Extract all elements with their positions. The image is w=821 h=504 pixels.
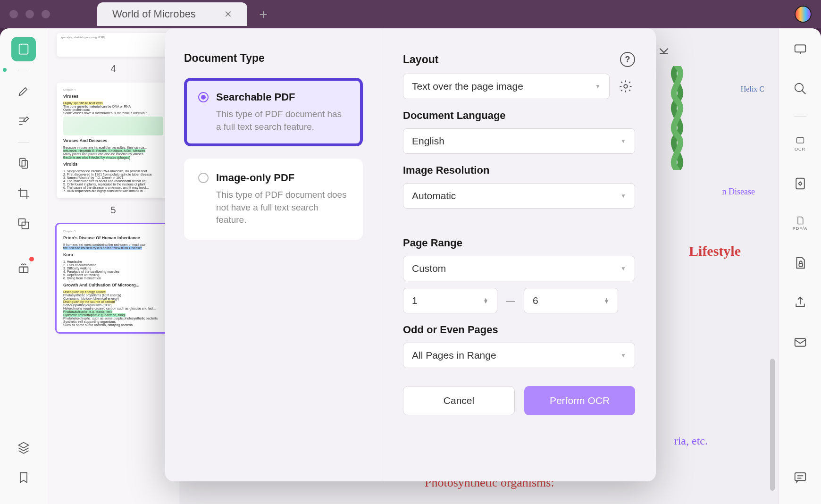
document-tab[interactable]: World of Microbes ✕ bbox=[97, 2, 247, 26]
svg-point-13 bbox=[624, 84, 628, 88]
svg-rect-6 bbox=[795, 45, 805, 52]
traffic-lights bbox=[9, 10, 50, 18]
svg-rect-12 bbox=[795, 473, 805, 480]
new-tab-button[interactable]: ＋ bbox=[257, 5, 270, 23]
svg-rect-0 bbox=[19, 44, 28, 54]
etc-annotation: ria, etc. bbox=[674, 435, 708, 447]
app-body: (paralytic shellfish poisoning, PSP) 4 C… bbox=[0, 28, 821, 504]
page-range-select[interactable]: Custom ▼ bbox=[403, 256, 635, 281]
compare-tool[interactable] bbox=[11, 211, 36, 236]
presentation-tool[interactable] bbox=[788, 37, 813, 61]
active-indicator-dot bbox=[3, 68, 7, 72]
searchable-pdf-option[interactable]: Searchable PDF This type of PDF document… bbox=[184, 78, 363, 146]
share-tool[interactable] bbox=[788, 290, 813, 315]
ocr-tool[interactable]: OCR bbox=[788, 132, 813, 156]
svg-rect-8 bbox=[796, 138, 804, 143]
comments-tool[interactable] bbox=[788, 465, 813, 490]
dialog-left-pane: Document Type Searchable PDF This type o… bbox=[165, 28, 382, 481]
chevron-down-icon: ▼ bbox=[620, 352, 626, 359]
right-toolbar: OCR PDF/A bbox=[779, 28, 821, 504]
search-tool[interactable] bbox=[788, 76, 813, 101]
highlighter-tool[interactable] bbox=[11, 79, 36, 103]
dialog-right-pane: Layout ? Text over the page image ▼ Docu… bbox=[382, 28, 656, 481]
resolution-heading: Image Resolution bbox=[403, 164, 635, 176]
page-thumbnail[interactable]: Chapter 4 Viruses Highly specific to hos… bbox=[57, 83, 170, 198]
toolbar-divider bbox=[794, 116, 806, 117]
odd-even-select[interactable]: All Pages in Range ▼ bbox=[403, 343, 635, 368]
resolution-select[interactable]: Automatic ▼ bbox=[403, 183, 635, 209]
cancel-button[interactable]: Cancel bbox=[403, 386, 515, 415]
svg-rect-1 bbox=[19, 159, 25, 166]
close-window-button[interactable] bbox=[9, 10, 18, 18]
app-badge-icon[interactable] bbox=[795, 6, 812, 23]
toolbar-divider bbox=[18, 142, 29, 143]
chevron-down-icon: ▼ bbox=[595, 83, 601, 90]
range-dash: — bbox=[506, 295, 515, 306]
minimize-window-button[interactable] bbox=[25, 10, 34, 18]
page-from-stepper[interactable]: 1 ▲▼ bbox=[403, 288, 497, 313]
tab-title: World of Microbes bbox=[112, 8, 196, 20]
svg-rect-2 bbox=[22, 160, 27, 168]
radio-unselected-icon bbox=[198, 173, 209, 183]
toolbar-divider bbox=[18, 70, 29, 70]
odd-even-heading: Odd or Even Pages bbox=[403, 324, 635, 336]
zoom-dropdown-icon[interactable] bbox=[658, 44, 670, 59]
svg-rect-10 bbox=[799, 263, 803, 266]
page-number-label: 4 bbox=[57, 63, 170, 74]
lifestyle-annotation: Lifestyle bbox=[689, 243, 741, 259]
page-thumbnail[interactable]: (paralytic shellfish poisoning, PSP) bbox=[57, 33, 170, 57]
page-thumbnail-selected[interactable]: Chapter 5 Prion's Disease Of Human Inher… bbox=[57, 224, 170, 332]
page-number-label: 5 bbox=[57, 205, 170, 216]
close-tab-icon[interactable]: ✕ bbox=[224, 8, 232, 20]
zoom-window-button[interactable] bbox=[42, 10, 50, 18]
ocr-options-dialog: Document Type Searchable PDF This type o… bbox=[165, 28, 656, 481]
page-to-stepper[interactable]: 6 ▲▼ bbox=[524, 288, 618, 313]
bookmark-tool[interactable] bbox=[11, 465, 36, 490]
language-heading: Document Language bbox=[403, 109, 635, 122]
svg-point-7 bbox=[795, 84, 803, 92]
page-range-heading: Page Range bbox=[403, 237, 635, 249]
disease-annotation: n Disease bbox=[722, 187, 755, 197]
svg-rect-11 bbox=[795, 339, 805, 346]
email-tool[interactable] bbox=[788, 330, 813, 354]
perform-ocr-button[interactable]: Perform OCR bbox=[524, 386, 635, 415]
thumbnails-tool[interactable] bbox=[11, 37, 36, 61]
language-select[interactable]: English ▼ bbox=[403, 128, 635, 154]
thumbnail-panel: (paralytic shellfish poisoning, PSP) 4 C… bbox=[47, 28, 179, 504]
convert-tool[interactable] bbox=[788, 171, 813, 196]
left-toolbar bbox=[0, 28, 47, 504]
stepper-arrows-icon[interactable]: ▲▼ bbox=[483, 298, 488, 303]
canvas-scrollbar[interactable] bbox=[770, 359, 775, 491]
figure-placeholder bbox=[63, 117, 163, 135]
gift-button[interactable] bbox=[11, 256, 36, 280]
edit-text-tool[interactable] bbox=[11, 109, 36, 134]
layout-heading: Layout bbox=[403, 53, 438, 66]
crop-tool[interactable] bbox=[11, 181, 36, 206]
helix-illustration bbox=[656, 66, 698, 170]
image-only-pdf-option[interactable]: Image-only PDF This type of PDF document… bbox=[184, 159, 363, 240]
help-icon[interactable]: ? bbox=[620, 52, 635, 67]
stepper-arrows-icon[interactable]: ▲▼ bbox=[604, 298, 609, 303]
layout-select[interactable]: Text over the page image ▼ bbox=[403, 74, 610, 99]
page-order-tool[interactable] bbox=[11, 151, 36, 176]
document-type-heading: Document Type bbox=[184, 52, 363, 65]
chevron-down-icon: ▼ bbox=[620, 265, 626, 272]
protect-tool[interactable] bbox=[788, 251, 813, 275]
chevron-down-icon: ▼ bbox=[620, 193, 626, 199]
pdfa-tool[interactable]: PDF/A bbox=[788, 211, 813, 235]
title-bar: World of Microbes ✕ ＋ bbox=[0, 0, 821, 28]
notification-dot bbox=[29, 257, 34, 261]
helix-annotation: Helix C bbox=[741, 85, 764, 93]
chevron-down-icon: ▼ bbox=[620, 138, 626, 144]
layout-settings-button[interactable] bbox=[616, 77, 635, 96]
radio-selected-icon bbox=[198, 92, 209, 102]
layers-tool[interactable] bbox=[11, 435, 36, 460]
svg-rect-9 bbox=[796, 178, 804, 189]
